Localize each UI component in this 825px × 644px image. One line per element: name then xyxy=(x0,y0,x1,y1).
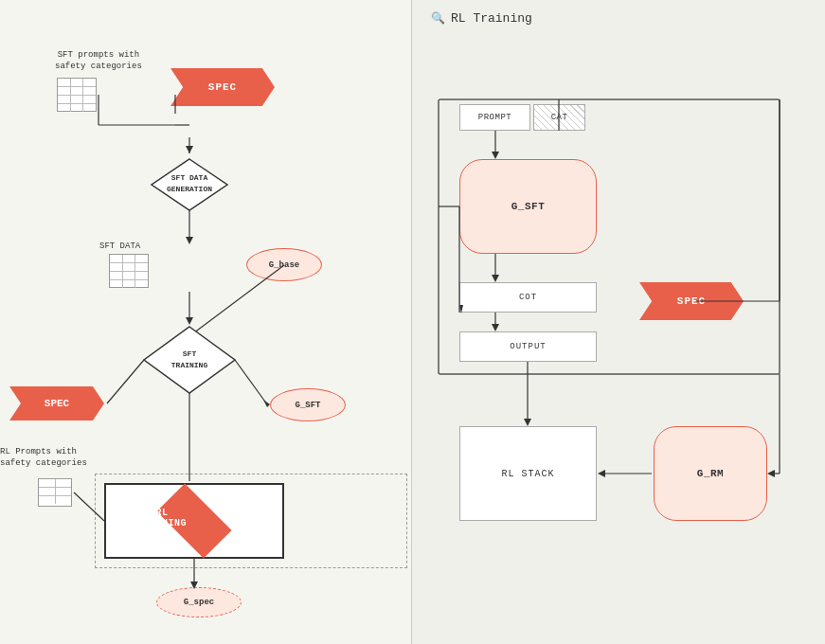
svg-marker-41 xyxy=(598,470,605,477)
sft-prompts-label: SFT prompts withsafety categories xyxy=(55,50,142,72)
svg-marker-10 xyxy=(186,237,193,244)
svg-marker-6 xyxy=(152,159,227,210)
svg-marker-44 xyxy=(767,470,775,477)
svg-marker-29 xyxy=(492,275,499,282)
left-panel: SFT prompts withsafety categories SPEC S… xyxy=(0,0,412,644)
svg-text:SFT DATA: SFT DATA xyxy=(171,173,208,182)
sft-table-icon xyxy=(57,78,97,112)
svg-line-17 xyxy=(235,360,267,404)
svg-text:GENERATION: GENERATION xyxy=(167,185,212,193)
search-icon: 🔍 xyxy=(431,11,445,26)
spec-box-left: SPEC xyxy=(170,68,275,106)
rl-prompts-label: RL Prompts withsafety categories xyxy=(0,447,87,469)
sft-data-table-icon xyxy=(109,254,149,288)
svg-marker-18 xyxy=(263,400,270,407)
g-spec-oval: G_spec xyxy=(156,587,242,617)
sft-data-label: SFT DATA xyxy=(99,242,140,251)
svg-line-21 xyxy=(74,492,104,521)
right-panel: 🔍 RL Training PROMPT CAT G_SFT SPEC COT … xyxy=(412,0,825,644)
svg-marker-5 xyxy=(186,146,193,153)
svg-text:SFT: SFT xyxy=(183,349,197,358)
prompt-box: PROMPT xyxy=(459,104,530,131)
g-rm-rounded: G_RM xyxy=(654,426,767,521)
svg-marker-39 xyxy=(524,419,531,426)
cot-box: COT xyxy=(459,282,597,313)
rl-table-icon xyxy=(38,478,72,507)
svg-marker-26 xyxy=(492,152,499,159)
rl-training-box xyxy=(104,483,284,559)
svg-marker-31 xyxy=(492,324,499,331)
g-sft-rounded: G_SFT xyxy=(459,159,597,254)
spec-box-left2: SPEC xyxy=(9,386,104,420)
spec-box-right: SPEC xyxy=(639,282,744,320)
svg-line-19 xyxy=(107,360,144,403)
cat-box: CAT xyxy=(533,104,585,131)
rl-training-title: RL Training xyxy=(451,11,532,26)
output-box: OUTPUT xyxy=(459,331,597,362)
svg-text:TRAINING: TRAINING xyxy=(171,361,208,369)
svg-marker-14 xyxy=(144,327,235,393)
rl-stack-box: RL STACK xyxy=(459,426,597,521)
svg-marker-13 xyxy=(186,317,193,325)
right-panel-svg xyxy=(412,0,825,644)
g-sft-oval-left: G_SFT xyxy=(270,388,346,421)
right-title: 🔍 RL Training xyxy=(431,11,532,26)
g-base-oval: G_base xyxy=(246,248,322,281)
